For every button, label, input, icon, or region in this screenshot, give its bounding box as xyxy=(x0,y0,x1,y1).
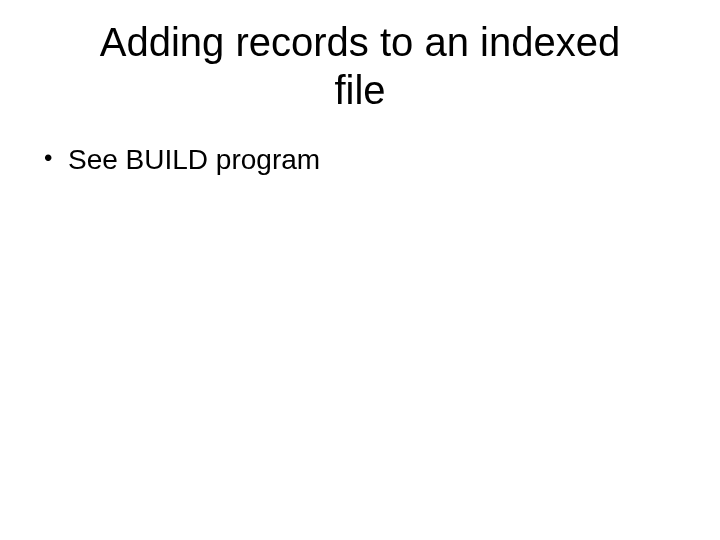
bullet-list: See BUILD program xyxy=(40,142,680,178)
slide-title: Adding records to an indexed file xyxy=(40,18,680,114)
slide-container: Adding records to an indexed file See BU… xyxy=(0,0,720,540)
bullet-item: See BUILD program xyxy=(40,142,680,178)
